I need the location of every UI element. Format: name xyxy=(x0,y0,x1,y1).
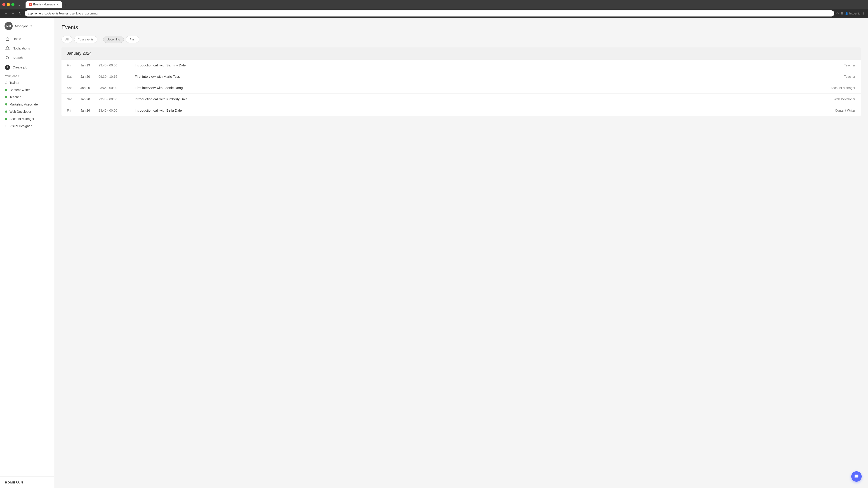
content-writer-dot-icon xyxy=(5,89,7,91)
visual-designer-dot-icon xyxy=(5,125,7,127)
bookmark-icon[interactable]: ☆ xyxy=(836,12,839,15)
event-name: First interview with Marie Tess xyxy=(135,74,810,78)
home-icon xyxy=(5,36,10,41)
window-controls xyxy=(2,3,14,6)
filter-upcoming-button[interactable]: Upcoming xyxy=(103,36,124,43)
user-name: Moodjoy xyxy=(15,24,28,28)
reload-button[interactable]: ↻ xyxy=(17,11,23,16)
event-row[interactable]: Sat Jan 20 23:45 - 00:00 Introduction ca… xyxy=(61,93,861,105)
event-row[interactable]: Sat Jan 20 09:30 - 10:15 First interview… xyxy=(61,71,861,82)
event-date: Jan 20 xyxy=(81,86,98,90)
sidebar-item-search-label: Search xyxy=(13,56,23,60)
your-jobs-chevron-icon: ▾ xyxy=(18,74,20,77)
event-time: 23:45 - 00:00 xyxy=(98,97,135,101)
svg-line-1 xyxy=(8,59,9,60)
search-icon xyxy=(5,55,10,60)
homerun-logo: HOMERUN xyxy=(5,481,23,484)
event-name: Introduction call with Kimberly Dale xyxy=(135,97,810,101)
page-title: Events xyxy=(61,24,861,31)
event-dow: Sat xyxy=(67,75,81,78)
event-date: Jan 20 xyxy=(81,75,98,78)
main-content: Events All Your events Upcoming Past Jan… xyxy=(54,18,868,488)
event-name: Introduction call with Bella Dale xyxy=(135,108,810,112)
back-button[interactable]: ← xyxy=(3,11,9,16)
sidebar-item-create-job-label: Create job xyxy=(13,66,27,69)
address-input[interactable] xyxy=(25,10,834,17)
sidebar-item-content-writer-label: Content Writer xyxy=(9,88,30,92)
sidebar-item-account-manager-label: Account Manager xyxy=(9,117,34,121)
sidebar-item-content-writer[interactable]: Content Writer xyxy=(0,86,54,94)
sidebar-item-marketing-associate-label: Marketing Associate xyxy=(9,103,38,106)
sidebar-item-web-developer[interactable]: Web Developer xyxy=(0,108,54,115)
tab-favicon: H xyxy=(29,3,32,6)
tab-list-button[interactable]: ⌄ xyxy=(16,2,22,7)
event-time: 23:45 - 00:00 xyxy=(98,109,135,112)
event-row[interactable]: Sat Jan 20 23:45 - 00:30 First interview… xyxy=(61,82,861,93)
sidebar-item-marketing-associate[interactable]: Marketing Associate xyxy=(0,101,54,108)
section-month-label: January 2024 xyxy=(61,47,861,59)
event-name: First interview with Loonie Dong xyxy=(135,86,810,90)
chat-fab-button[interactable] xyxy=(851,471,862,482)
sidebar-item-search[interactable]: Search xyxy=(0,53,54,63)
window-maximize-button[interactable] xyxy=(11,3,14,6)
your-jobs-label-button[interactable]: Your jobs ▾ xyxy=(5,74,49,78)
event-job: Teacher xyxy=(810,64,855,67)
your-jobs-text: Your jobs xyxy=(5,74,17,78)
tab-bar: H Events · Homerun ✕ + xyxy=(26,1,68,8)
event-row[interactable]: Fri Jan 26 23:45 - 00:00 Introduction ca… xyxy=(61,105,861,116)
browser-toolbar-icons: ☆ ⧉ 👤 Incognito ⋮ xyxy=(836,11,865,15)
event-dow: Sat xyxy=(67,97,81,101)
incognito-icon: 👤 xyxy=(845,12,848,15)
chevron-down-icon: ▾ xyxy=(31,24,32,28)
split-view-icon[interactable]: ⧉ xyxy=(841,11,843,15)
new-tab-button[interactable]: + xyxy=(63,3,68,8)
browser-tab[interactable]: H Events · Homerun ✕ xyxy=(26,1,62,8)
event-dow: Fri xyxy=(67,109,81,112)
sidebar-item-web-developer-label: Web Developer xyxy=(9,110,31,113)
event-time: 09:30 - 10:15 xyxy=(98,75,135,78)
sidebar-item-create-job[interactable]: + Create job xyxy=(0,63,54,72)
filter-bar: All Your events Upcoming Past xyxy=(61,36,861,43)
events-section: January 2024 Fri Jan 19 23:45 - 00:00 In… xyxy=(61,47,861,116)
sidebar-item-account-manager[interactable]: Account Manager xyxy=(0,115,54,123)
sidebar-item-visual-designer[interactable]: Visual Designer xyxy=(0,123,54,130)
app-container: MM Moodjoy ▾ Home Notifications xyxy=(0,18,868,488)
event-dow: Fri xyxy=(67,64,81,67)
menu-button[interactable]: ⋮ xyxy=(862,12,865,15)
sidebar-item-trainer-label: Trainer xyxy=(9,81,20,85)
chat-icon xyxy=(854,474,859,479)
filter-your-events-button[interactable]: Your events xyxy=(74,36,97,43)
filter-past-button[interactable]: Past xyxy=(126,36,139,43)
account-manager-dot-icon xyxy=(5,118,7,120)
forward-button[interactable]: → xyxy=(10,11,16,16)
your-jobs-section: Your jobs ▾ xyxy=(0,72,54,79)
event-job: Web Developer xyxy=(810,97,855,101)
avatar: MM xyxy=(4,22,13,30)
sidebar-item-trainer[interactable]: Trainer xyxy=(0,79,54,86)
svg-point-0 xyxy=(6,56,8,59)
user-menu-button[interactable]: MM Moodjoy ▾ xyxy=(0,18,54,34)
sidebar-item-home[interactable]: Home xyxy=(0,34,54,43)
sidebar-item-notifications[interactable]: Notifications xyxy=(0,43,54,53)
event-time: 23:45 - 00:00 xyxy=(98,64,135,67)
event-time: 23:45 - 00:30 xyxy=(98,86,135,90)
event-date: Jan 19 xyxy=(81,64,98,67)
event-job: Content Writer xyxy=(810,109,855,112)
event-job: Teacher xyxy=(810,75,855,78)
incognito-button[interactable]: 👤 Incognito xyxy=(845,12,860,15)
trainer-dot-icon xyxy=(5,82,7,84)
event-row[interactable]: Fri Jan 19 23:45 - 00:00 Introduction ca… xyxy=(61,59,861,71)
tab-title: Events · Homerun xyxy=(33,3,55,6)
sidebar-item-teacher[interactable]: Teacher xyxy=(0,94,54,101)
sidebar-item-home-label: Home xyxy=(13,37,21,41)
sidebar: MM Moodjoy ▾ Home Notifications xyxy=(0,18,54,488)
filter-all-button[interactable]: All xyxy=(61,36,72,43)
tab-close-button[interactable]: ✕ xyxy=(56,3,59,6)
incognito-label: Incognito xyxy=(849,12,860,15)
window-minimize-button[interactable] xyxy=(7,3,10,6)
sidebar-item-teacher-label: Teacher xyxy=(9,95,21,99)
plus-icon: + xyxy=(5,65,10,70)
bell-icon xyxy=(5,46,10,51)
sidebar-item-notifications-label: Notifications xyxy=(13,46,30,50)
window-close-button[interactable] xyxy=(2,3,5,6)
